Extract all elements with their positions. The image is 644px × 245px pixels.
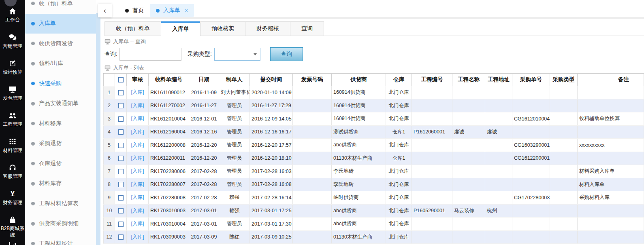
- row-checkbox[interactable]: [118, 208, 124, 213]
- table-row: 3[入库]RK16120100042016-12-01管理员2016-12-09…: [104, 112, 644, 126]
- table-row: 12[入库]RK17030900032017-03-09陈红2017-03-09…: [104, 230, 644, 244]
- cell: [293, 218, 332, 231]
- audit-inbound-link[interactable]: [入库]: [131, 234, 144, 240]
- cell: [入库]: [127, 86, 149, 99]
- audit-inbound-link[interactable]: [入库]: [131, 116, 144, 121]
- cell: 收料辅助单位换算: [578, 112, 644, 126]
- table-row: 6[入库]RK16122000112016-12-20管理员2016-12-20…: [104, 152, 644, 165]
- sidebar-item-yen[interactable]: ¥财务管理: [0, 190, 25, 216]
- menu-item[interactable]: 材料移库: [25, 114, 96, 134]
- cell: 管理员: [219, 125, 250, 139]
- module-tab[interactable]: 查询: [290, 21, 324, 36]
- checkbox-cell: [115, 218, 127, 231]
- row-checkbox[interactable]: [118, 156, 124, 161]
- row-checkbox[interactable]: [118, 169, 124, 174]
- bullet-dot-icon: [31, 62, 35, 65]
- cell: 李氏地砖: [332, 165, 386, 178]
- menu-item[interactable]: 入库单: [25, 14, 96, 34]
- select-all-header: [115, 74, 127, 86]
- row-checkbox[interactable]: [118, 182, 124, 187]
- column-header: 工程编号: [412, 74, 452, 86]
- row-checkbox[interactable]: [118, 234, 124, 240]
- collapse-sidebar-button[interactable]: ‹: [98, 4, 112, 17]
- audit-inbound-link[interactable]: [入库]: [131, 155, 144, 161]
- cell: [550, 139, 578, 152]
- row-checkbox[interactable]: [118, 90, 124, 95]
- audit-inbound-link[interactable]: [入库]: [131, 182, 144, 187]
- sidebar-item-monitor[interactable]: 发包管理: [0, 85, 25, 112]
- cell: RK1612160004: [149, 125, 189, 139]
- cell: [550, 218, 578, 231]
- close-icon[interactable]: ×: [185, 7, 188, 14]
- column-header: 发票号码: [293, 74, 332, 86]
- purchase-type-select[interactable]: [214, 48, 260, 61]
- select-all-checkbox[interactable]: [118, 77, 124, 82]
- menu-item[interactable]: 供货商采购明细: [25, 214, 96, 234]
- row-number: 5: [104, 139, 115, 152]
- row-checkbox[interactable]: [118, 222, 124, 227]
- cell: abc供货商: [332, 218, 386, 231]
- menu-item[interactable]: 领料/出库: [25, 54, 96, 74]
- checkbox-cell: [115, 112, 127, 126]
- cell: 管理员: [219, 178, 250, 191]
- sidebar-item-label: 营销管理: [0, 43, 25, 50]
- menu-item[interactable]: 收供货商发货: [25, 34, 96, 54]
- menu-item[interactable]: 仓库退货: [25, 154, 96, 174]
- cell: [550, 165, 578, 178]
- cell: xxxxxxxxxx: [578, 139, 644, 152]
- sidebar-item-bag[interactable]: B2B商城系统: [0, 215, 25, 242]
- cell: [入库]: [127, 99, 149, 112]
- sidebar-item-edit[interactable]: 设计预算: [0, 59, 25, 85]
- cell: [512, 218, 550, 231]
- sidebar-item-users[interactable]: 工程管理: [0, 111, 25, 137]
- row-checkbox[interactable]: [118, 103, 124, 108]
- cell: 北门仓库: [386, 139, 412, 152]
- cell: [293, 191, 332, 205]
- bullet-dot-icon: [31, 162, 35, 165]
- cell: 2016-12-16: [189, 125, 219, 139]
- module-tab[interactable]: 收（预）料单: [104, 21, 161, 36]
- grid-icon: [9, 137, 17, 146]
- menu-item[interactable]: 收（预）料单: [25, 0, 96, 14]
- menu-item[interactable]: 材料库存: [25, 174, 96, 194]
- audit-inbound-link[interactable]: [入库]: [131, 221, 144, 226]
- audit-inbound-link[interactable]: [入库]: [131, 168, 144, 174]
- module-tab[interactable]: 财务稽核: [245, 21, 290, 36]
- cell: 北门仓库: [386, 165, 412, 178]
- audit-inbound-link[interactable]: [入库]: [131, 89, 144, 95]
- row-checkbox[interactable]: [118, 195, 124, 201]
- audit-inbound-link[interactable]: [入库]: [131, 194, 144, 200]
- sidebar-item-home[interactable]: 工作台: [0, 7, 25, 33]
- cell: [512, 86, 550, 99]
- sidebar-scrollbar[interactable]: [96, 0, 100, 245]
- menu-item[interactable]: 工程材料结算表: [25, 194, 96, 214]
- menu-item[interactable]: 产品安装通知单: [25, 94, 96, 114]
- open-tab[interactable]: 首页: [119, 4, 150, 17]
- menu-item[interactable]: 工程材料统计: [25, 234, 96, 245]
- row-checkbox[interactable]: [118, 129, 124, 135]
- sidebar-item-headset[interactable]: 客服管理: [0, 163, 25, 190]
- menu-item[interactable]: 采购退货: [25, 134, 96, 154]
- query-button[interactable]: 查询: [270, 47, 303, 61]
- module-tab[interactable]: 入库单: [161, 21, 200, 36]
- audit-inbound-link[interactable]: [入库]: [131, 129, 144, 135]
- query-form: 查询: 采购类型: 查询: [104, 47, 644, 61]
- audit-inbound-link[interactable]: [入库]: [131, 142, 144, 148]
- audit-inbound-link[interactable]: [入库]: [131, 208, 144, 213]
- bullet-dot-icon: [31, 242, 35, 245]
- checkbox-cell: [115, 191, 127, 205]
- module-tab[interactable]: 预收核实: [200, 21, 245, 36]
- row-checkbox[interactable]: [118, 143, 124, 148]
- cell: 2017-03-01: [189, 218, 219, 231]
- monitor-icon: [9, 85, 17, 94]
- row-checkbox[interactable]: [118, 116, 124, 122]
- search-input[interactable]: [119, 48, 181, 61]
- open-tab[interactable]: 入库单×: [150, 4, 194, 17]
- menu-item-label: 工程材料统计: [39, 240, 73, 245]
- sidebar-item-chat[interactable]: 营销管理: [0, 33, 25, 59]
- menu-item[interactable]: 快速采购: [25, 74, 96, 94]
- cell: 北门仓库: [386, 99, 412, 112]
- sidebar-item-grid[interactable]: 材料管理: [0, 137, 25, 164]
- audit-inbound-link[interactable]: [入库]: [131, 103, 144, 108]
- table-row: 2[入库]RK16112700022016-11-27管理员2016-11-27…: [104, 99, 644, 112]
